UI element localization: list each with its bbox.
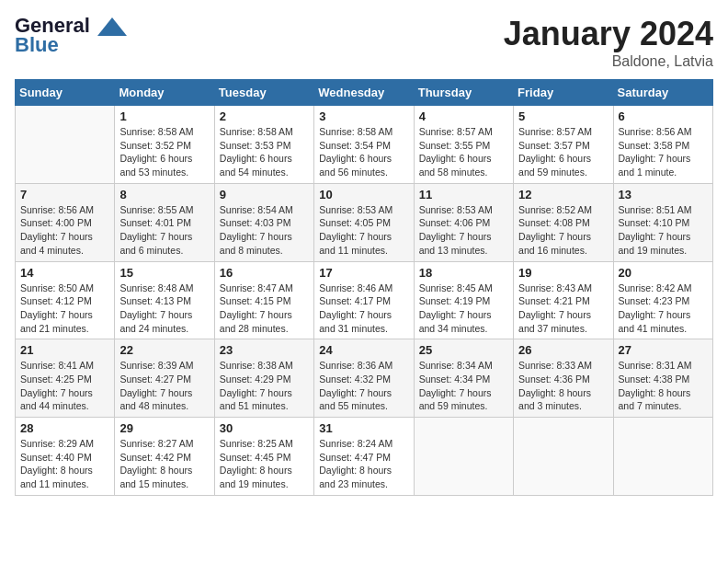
day-info: Sunrise: 8:41 AM Sunset: 4:25 PM Dayligh… bbox=[20, 359, 109, 413]
day-info: Sunrise: 8:58 AM Sunset: 3:52 PM Dayligh… bbox=[119, 125, 209, 179]
day-number: 3 bbox=[319, 109, 408, 123]
day-info: Sunrise: 8:46 AM Sunset: 4:17 PM Dayligh… bbox=[319, 282, 408, 336]
location-title: Baldone, Latvia bbox=[504, 53, 713, 70]
calendar-day-cell: 17Sunrise: 8:46 AM Sunset: 4:17 PM Dayli… bbox=[314, 261, 414, 339]
calendar-day-cell bbox=[414, 418, 513, 496]
day-info: Sunrise: 8:58 AM Sunset: 3:53 PM Dayligh… bbox=[220, 125, 309, 179]
calendar-day-cell: 11Sunrise: 8:53 AM Sunset: 4:06 PM Dayli… bbox=[414, 183, 513, 261]
day-info: Sunrise: 8:56 AM Sunset: 3:58 PM Dayligh… bbox=[619, 125, 708, 179]
month-title: January 2024 bbox=[504, 15, 713, 53]
calendar-day-cell: 1Sunrise: 8:58 AM Sunset: 3:52 PM Daylig… bbox=[115, 106, 214, 184]
weekday-header-cell: Tuesday bbox=[214, 80, 313, 106]
calendar-week-row: 1Sunrise: 8:58 AM Sunset: 3:52 PM Daylig… bbox=[16, 106, 713, 184]
day-number: 28 bbox=[20, 421, 109, 435]
day-number: 6 bbox=[619, 109, 708, 123]
day-info: Sunrise: 8:27 AM Sunset: 4:42 PM Dayligh… bbox=[119, 437, 209, 491]
day-info: Sunrise: 8:53 AM Sunset: 4:05 PM Dayligh… bbox=[319, 203, 408, 258]
day-info: Sunrise: 8:52 AM Sunset: 4:08 PM Dayligh… bbox=[518, 203, 608, 258]
day-info: Sunrise: 8:31 AM Sunset: 4:38 PM Dayligh… bbox=[619, 359, 708, 413]
day-number: 20 bbox=[619, 266, 708, 280]
day-info: Sunrise: 8:29 AM Sunset: 4:40 PM Dayligh… bbox=[20, 437, 109, 491]
day-number: 12 bbox=[518, 188, 608, 201]
day-number: 10 bbox=[319, 188, 408, 201]
calendar-day-cell: 14Sunrise: 8:50 AM Sunset: 4:12 PM Dayli… bbox=[16, 261, 115, 339]
calendar-week-row: 7Sunrise: 8:56 AM Sunset: 4:00 PM Daylig… bbox=[16, 183, 713, 261]
calendar-day-cell: 4Sunrise: 8:57 AM Sunset: 3:55 PM Daylig… bbox=[414, 106, 513, 184]
day-info: Sunrise: 8:57 AM Sunset: 3:55 PM Dayligh… bbox=[419, 125, 508, 179]
calendar-body: 1Sunrise: 8:58 AM Sunset: 3:52 PM Daylig… bbox=[16, 106, 713, 496]
svg-marker-0 bbox=[97, 17, 127, 36]
calendar-day-cell: 31Sunrise: 8:24 AM Sunset: 4:47 PM Dayli… bbox=[314, 418, 414, 496]
day-number: 19 bbox=[518, 266, 608, 280]
calendar-day-cell: 29Sunrise: 8:27 AM Sunset: 4:42 PM Dayli… bbox=[115, 418, 214, 496]
calendar-day-cell: 26Sunrise: 8:33 AM Sunset: 4:36 PM Dayli… bbox=[514, 339, 613, 418]
calendar-day-cell: 10Sunrise: 8:53 AM Sunset: 4:05 PM Dayli… bbox=[314, 183, 414, 261]
day-info: Sunrise: 8:58 AM Sunset: 3:54 PM Dayligh… bbox=[319, 125, 408, 179]
calendar-day-cell: 21Sunrise: 8:41 AM Sunset: 4:25 PM Dayli… bbox=[16, 339, 115, 418]
calendar-week-row: 14Sunrise: 8:50 AM Sunset: 4:12 PM Dayli… bbox=[16, 261, 713, 339]
day-number: 29 bbox=[119, 421, 209, 435]
day-number: 30 bbox=[220, 421, 309, 435]
day-info: Sunrise: 8:45 AM Sunset: 4:19 PM Dayligh… bbox=[419, 282, 508, 336]
day-number: 8 bbox=[119, 188, 209, 201]
day-info: Sunrise: 8:47 AM Sunset: 4:15 PM Dayligh… bbox=[220, 282, 309, 336]
logo: General Blue bbox=[15, 15, 127, 57]
logo-blue-text: Blue bbox=[15, 33, 59, 57]
day-info: Sunrise: 8:39 AM Sunset: 4:27 PM Dayligh… bbox=[119, 359, 209, 413]
calendar-day-cell: 13Sunrise: 8:51 AM Sunset: 4:10 PM Dayli… bbox=[613, 183, 712, 261]
day-number: 14 bbox=[20, 266, 109, 280]
day-info: Sunrise: 8:36 AM Sunset: 4:32 PM Dayligh… bbox=[319, 359, 408, 413]
day-number: 11 bbox=[419, 188, 508, 201]
calendar-day-cell: 23Sunrise: 8:38 AM Sunset: 4:29 PM Dayli… bbox=[214, 339, 313, 418]
weekday-header-cell: Friday bbox=[514, 80, 613, 106]
day-number: 17 bbox=[319, 266, 408, 280]
day-info: Sunrise: 8:38 AM Sunset: 4:29 PM Dayligh… bbox=[220, 359, 309, 413]
day-number: 16 bbox=[220, 266, 309, 280]
calendar-day-cell: 6Sunrise: 8:56 AM Sunset: 3:58 PM Daylig… bbox=[613, 106, 712, 184]
day-number: 7 bbox=[20, 188, 109, 201]
day-number: 4 bbox=[419, 109, 508, 123]
day-info: Sunrise: 8:53 AM Sunset: 4:06 PM Dayligh… bbox=[419, 203, 508, 258]
calendar-day-cell bbox=[16, 106, 115, 184]
day-number: 21 bbox=[20, 343, 109, 357]
calendar-day-cell: 8Sunrise: 8:55 AM Sunset: 4:01 PM Daylig… bbox=[115, 183, 214, 261]
day-info: Sunrise: 8:24 AM Sunset: 4:47 PM Dayligh… bbox=[319, 437, 408, 491]
calendar-day-cell: 2Sunrise: 8:58 AM Sunset: 3:53 PM Daylig… bbox=[214, 106, 313, 184]
day-info: Sunrise: 8:57 AM Sunset: 3:57 PM Dayligh… bbox=[518, 125, 608, 179]
weekday-header-cell: Thursday bbox=[414, 80, 513, 106]
day-info: Sunrise: 8:43 AM Sunset: 4:21 PM Dayligh… bbox=[518, 282, 608, 336]
day-info: Sunrise: 8:34 AM Sunset: 4:34 PM Dayligh… bbox=[419, 359, 508, 413]
calendar-day-cell: 15Sunrise: 8:48 AM Sunset: 4:13 PM Dayli… bbox=[115, 261, 214, 339]
calendar-week-row: 28Sunrise: 8:29 AM Sunset: 4:40 PM Dayli… bbox=[16, 418, 713, 496]
calendar-day-cell: 30Sunrise: 8:25 AM Sunset: 4:45 PM Dayli… bbox=[214, 418, 313, 496]
calendar-day-cell bbox=[514, 418, 613, 496]
calendar-day-cell: 19Sunrise: 8:43 AM Sunset: 4:21 PM Dayli… bbox=[514, 261, 613, 339]
calendar-day-cell: 22Sunrise: 8:39 AM Sunset: 4:27 PM Dayli… bbox=[115, 339, 214, 418]
day-number: 18 bbox=[419, 266, 508, 280]
day-number: 15 bbox=[119, 266, 209, 280]
day-info: Sunrise: 8:54 AM Sunset: 4:03 PM Dayligh… bbox=[220, 203, 309, 258]
day-number: 5 bbox=[518, 109, 608, 123]
day-info: Sunrise: 8:33 AM Sunset: 4:36 PM Dayligh… bbox=[518, 359, 608, 413]
calendar-day-cell: 24Sunrise: 8:36 AM Sunset: 4:32 PM Dayli… bbox=[314, 339, 414, 418]
calendar-day-cell: 27Sunrise: 8:31 AM Sunset: 4:38 PM Dayli… bbox=[613, 339, 712, 418]
calendar-day-cell: 5Sunrise: 8:57 AM Sunset: 3:57 PM Daylig… bbox=[514, 106, 613, 184]
day-info: Sunrise: 8:48 AM Sunset: 4:13 PM Dayligh… bbox=[119, 282, 209, 336]
day-number: 27 bbox=[619, 343, 708, 357]
calendar-day-cell: 16Sunrise: 8:47 AM Sunset: 4:15 PM Dayli… bbox=[214, 261, 313, 339]
day-info: Sunrise: 8:55 AM Sunset: 4:01 PM Dayligh… bbox=[119, 203, 209, 258]
calendar-day-cell: 25Sunrise: 8:34 AM Sunset: 4:34 PM Dayli… bbox=[414, 339, 513, 418]
day-info: Sunrise: 8:42 AM Sunset: 4:23 PM Dayligh… bbox=[619, 282, 708, 336]
header: General Blue January 2024 Baldone, Latvi… bbox=[15, 15, 713, 70]
title-area: January 2024 Baldone, Latvia bbox=[504, 15, 713, 70]
weekday-header-cell: Saturday bbox=[613, 80, 712, 106]
day-number: 26 bbox=[518, 343, 608, 357]
calendar-week-row: 21Sunrise: 8:41 AM Sunset: 4:25 PM Dayli… bbox=[16, 339, 713, 418]
day-number: 9 bbox=[220, 188, 309, 201]
calendar-table: SundayMondayTuesdayWednesdayThursdayFrid… bbox=[15, 79, 713, 496]
day-number: 25 bbox=[419, 343, 508, 357]
day-number: 1 bbox=[119, 109, 209, 123]
weekday-header-row: SundayMondayTuesdayWednesdayThursdayFrid… bbox=[16, 80, 713, 106]
calendar-day-cell: 9Sunrise: 8:54 AM Sunset: 4:03 PM Daylig… bbox=[214, 183, 313, 261]
calendar-day-cell: 20Sunrise: 8:42 AM Sunset: 4:23 PM Dayli… bbox=[613, 261, 712, 339]
